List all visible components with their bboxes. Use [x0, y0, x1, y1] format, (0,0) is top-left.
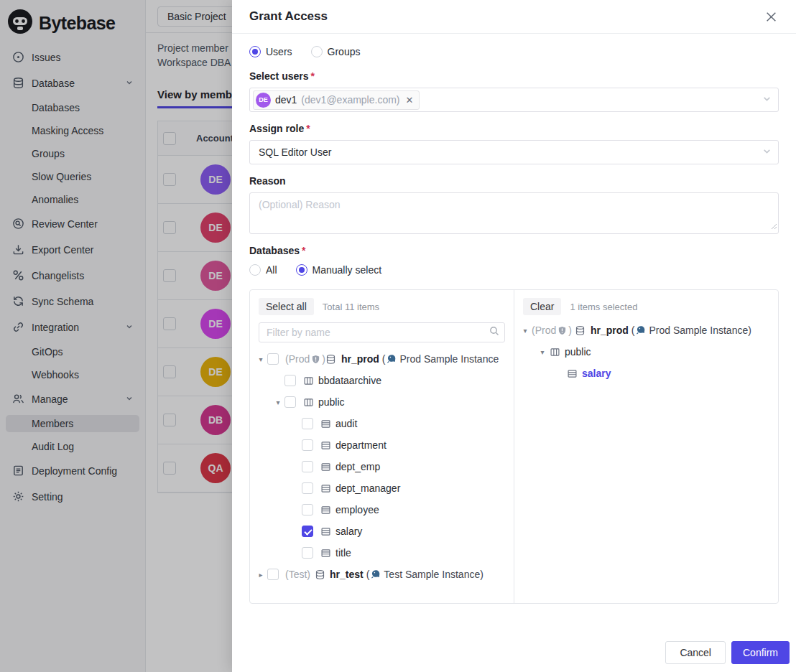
- member-type-radio-group: Users Groups: [249, 44, 779, 60]
- source-tree: ▾ (Prod ) hr_prod ( Prod Sample Instance: [250, 348, 514, 585]
- required-asterisk: *: [311, 70, 315, 82]
- confirm-button[interactable]: Confirm: [731, 641, 790, 664]
- required-asterisk: *: [302, 245, 305, 256]
- close-icon[interactable]: [763, 9, 779, 24]
- radio-groups-control[interactable]: [311, 46, 323, 57]
- tree-node-table-salary[interactable]: salary: [250, 521, 514, 542]
- reason-textarea[interactable]: [249, 192, 779, 234]
- tree-checkbox[interactable]: [302, 504, 313, 515]
- table-icon: [320, 548, 331, 559]
- assign-role-label: Assign role*: [249, 123, 779, 134]
- postgresql-icon: [371, 569, 381, 579]
- table-icon: [320, 526, 331, 537]
- tree-node-schema[interactable]: ▾ public: [250, 391, 514, 413]
- caret-down-icon[interactable]: ▾: [272, 398, 284, 406]
- tree-checkbox[interactable]: [267, 353, 279, 365]
- tree-node-database[interactable]: ▾ (Prod ) hr_prod ( Prod Sample Instance…: [514, 319, 778, 341]
- select-users-input[interactable]: DE dev1 (dev1@example.com) ✕: [249, 88, 779, 112]
- filter-by-name-input[interactable]: [259, 322, 505, 342]
- postgresql-icon: [636, 325, 646, 335]
- required-asterisk: *: [306, 123, 310, 134]
- table-icon: [566, 368, 578, 379]
- modal-body: Users Groups Select users* DE dev1 (dev1…: [232, 34, 796, 604]
- tree-node-table[interactable]: department: [250, 434, 514, 456]
- tree-node-table-selected[interactable]: salary: [514, 363, 778, 384]
- table-icon: [320, 483, 331, 494]
- modal-header: Grant Access: [232, 0, 796, 34]
- shield-icon: [311, 355, 320, 364]
- resize-handle-icon[interactable]: [771, 220, 777, 233]
- tree-node-table[interactable]: dept_manager: [250, 477, 514, 499]
- radio-groups[interactable]: Groups: [311, 46, 361, 57]
- table-icon: [320, 462, 331, 472]
- databases-scope-radio-group: All Manually select: [249, 262, 779, 278]
- table-icon: [320, 505, 331, 515]
- tree-checkbox-checked[interactable]: [302, 526, 313, 537]
- tree-checkbox[interactable]: [302, 482, 313, 494]
- transfer-target-pane: Clear 1 items selected ▾ (Prod ) hr_prod…: [514, 290, 778, 603]
- search-icon: [489, 326, 499, 339]
- modal-footer: Cancel Confirm: [232, 641, 796, 672]
- reason-label: Reason: [249, 175, 779, 187]
- radio-users-control[interactable]: [249, 46, 261, 57]
- transfer-source-pane: Select all Total 11 items ▾ (Prod: [250, 290, 514, 603]
- radio-manually-select[interactable]: Manually select: [296, 264, 382, 276]
- tree-node-table[interactable]: title: [250, 542, 514, 564]
- caret-down-icon[interactable]: ▾: [519, 327, 532, 335]
- tree-node-table[interactable]: dept_emp: [250, 456, 514, 477]
- caret-down-icon[interactable]: ▾: [254, 355, 267, 363]
- tree-checkbox[interactable]: [302, 547, 313, 559]
- total-items-label: Total 11 items: [323, 302, 379, 312]
- chevron-down-icon: [762, 93, 772, 106]
- tree-node-database[interactable]: ▾ (Prod ) hr_prod ( Prod Sample Instance: [250, 348, 514, 370]
- databases-label: Databases*: [249, 245, 779, 256]
- tree-checkbox[interactable]: [284, 396, 296, 408]
- clear-button[interactable]: Clear: [523, 298, 561, 315]
- assign-role-select[interactable]: SQL Editor User: [249, 140, 779, 164]
- target-tree: ▾ (Prod ) hr_prod ( Prod Sample Instance…: [514, 319, 778, 384]
- database-icon: [575, 325, 586, 336]
- tree-checkbox[interactable]: [302, 461, 313, 472]
- postgresql-icon: [387, 354, 397, 364]
- chip-user-email: (dev1@example.com): [301, 94, 399, 106]
- cancel-button[interactable]: Cancel: [665, 641, 726, 664]
- caret-right-icon[interactable]: ▸: [254, 571, 267, 579]
- tree-checkbox[interactable]: [302, 439, 313, 451]
- modal-title: Grant Access: [249, 9, 328, 24]
- caret-down-icon[interactable]: ▾: [536, 348, 549, 356]
- selected-items-label: 1 items selected: [570, 302, 637, 312]
- tree-node-table[interactable]: audit: [250, 413, 514, 434]
- tree-node-schema[interactable]: ▾ public: [514, 341, 778, 363]
- radio-users[interactable]: Users: [249, 46, 292, 57]
- tree-node-table[interactable]: employee: [250, 499, 514, 521]
- database-icon: [325, 354, 337, 365]
- chevron-down-icon: [762, 146, 772, 159]
- radio-all-control[interactable]: [249, 264, 261, 276]
- tree-node-database[interactable]: ▸ (Test) hr_test ( Test Sample Instance): [250, 564, 514, 585]
- select-users-label: Select users*: [249, 70, 779, 82]
- grant-access-modal: Grant Access Users Groups Select users* …: [232, 0, 796, 672]
- tree-checkbox[interactable]: [267, 569, 279, 580]
- app-root: Bytebase Issues Database Databases Maski…: [0, 0, 796, 672]
- select-all-button[interactable]: Select all: [259, 298, 314, 315]
- database-transfer: Select all Total 11 items ▾ (Prod: [249, 289, 779, 604]
- filter-field: [259, 322, 505, 342]
- selected-user-chip: DE dev1 (dev1@example.com) ✕: [253, 90, 420, 110]
- chip-user-name: dev1: [275, 94, 297, 106]
- tree-checkbox[interactable]: [284, 375, 296, 386]
- tree-node-schema[interactable]: bbdataarchive: [250, 370, 514, 391]
- avatar: DE: [256, 93, 271, 108]
- schema-icon: [302, 397, 314, 408]
- table-icon: [320, 440, 331, 451]
- database-icon: [314, 569, 325, 580]
- assign-role-value: SQL Editor User: [253, 146, 331, 158]
- schema-icon: [549, 347, 560, 358]
- radio-all-databases[interactable]: All: [249, 264, 277, 276]
- schema-icon: [302, 375, 314, 386]
- shield-icon: [557, 326, 567, 335]
- chip-remove-icon[interactable]: ✕: [406, 95, 414, 106]
- radio-manual-control[interactable]: [296, 264, 307, 276]
- tree-checkbox[interactable]: [302, 418, 313, 429]
- table-icon: [320, 419, 331, 429]
